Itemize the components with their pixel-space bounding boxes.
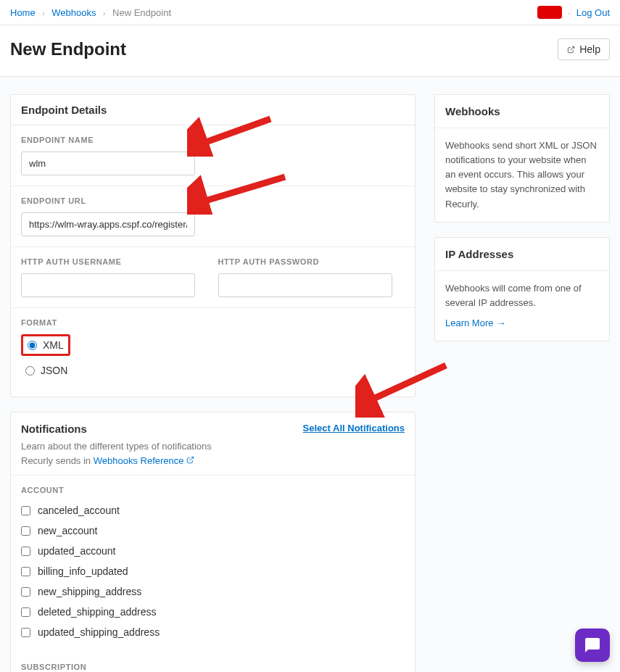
notifications-subtitle: Learn about the different types of notif… xyxy=(21,439,246,468)
breadcrumb-current: New Endpoint xyxy=(112,7,171,18)
notification-checkbox-label: canceled_account xyxy=(38,505,120,516)
format-radio-json-input[interactable] xyxy=(25,366,35,376)
notifications-header: Notifications Learn about the different … xyxy=(11,412,415,476)
top-bar: Home › Webhooks › New Endpoint · Log Out xyxy=(0,0,620,25)
breadcrumb: Home › Webhooks › New Endpoint xyxy=(10,7,171,18)
arrow-right-icon: → xyxy=(496,316,505,331)
notification-group-label: SUBSCRIPTION xyxy=(11,652,415,672)
svg-line-7 xyxy=(190,457,194,460)
notification-checkbox[interactable] xyxy=(21,628,30,637)
dot-separator: · xyxy=(568,7,571,18)
notification-group-label: ACCOUNT xyxy=(11,476,415,500)
notifications-title: Notifications xyxy=(21,423,246,435)
ip-info-title: IP Addresses xyxy=(435,238,609,271)
account-badge[interactable] xyxy=(537,6,562,19)
notification-checkbox[interactable] xyxy=(21,567,30,576)
notification-checkbox-item[interactable]: deleted_shipping_address xyxy=(21,602,405,622)
endpoint-details-panel: Endpoint Details ENDPOINT NAME ENDPOINT … xyxy=(10,94,416,397)
external-link-icon xyxy=(567,46,575,54)
webhooks-info-panel: Webhooks Webhooks send short XML or JSON… xyxy=(434,94,610,223)
svg-line-0 xyxy=(571,46,574,50)
main-content: Endpoint Details ENDPOINT NAME ENDPOINT … xyxy=(0,77,620,672)
notification-checkbox[interactable] xyxy=(21,547,30,556)
format-radio-xml[interactable]: XML xyxy=(23,336,68,354)
breadcrumb-webhooks[interactable]: Webhooks xyxy=(51,7,96,18)
notification-checkbox-label: updated_shipping_address xyxy=(38,626,160,638)
notification-checkbox-item[interactable]: updated_shipping_address xyxy=(21,622,405,642)
webhooks-reference-link[interactable]: Webhooks Reference xyxy=(94,455,194,466)
notification-checkbox-label: new_account xyxy=(38,525,98,536)
webhooks-info-title: Webhooks xyxy=(435,95,609,128)
notification-checkbox-item[interactable]: new_shipping_address xyxy=(21,581,405,602)
auth-username-label: HTTP AUTH USERNAME xyxy=(21,257,208,266)
help-button-label: Help xyxy=(579,43,600,55)
format-radio-json[interactable]: JSON xyxy=(21,362,405,379)
field-endpoint-url: ENDPOINT URL xyxy=(11,186,415,247)
ip-info-body: Webhooks will come from one of several I… xyxy=(435,271,609,341)
learn-more-link[interactable]: Learn More → xyxy=(445,316,505,331)
notification-checkbox-label: updated_account xyxy=(38,545,115,557)
notification-checkbox-item[interactable]: new_account xyxy=(21,520,405,541)
notification-checkbox[interactable] xyxy=(21,506,30,515)
breadcrumb-separator: › xyxy=(103,9,105,17)
webhooks-info-body: Webhooks send short XML or JSON notifica… xyxy=(435,128,609,222)
field-format: FORMAT XML JSON xyxy=(11,308,415,397)
notification-checkbox[interactable] xyxy=(21,607,30,617)
select-all-notifications-link[interactable]: Select All Notifications xyxy=(303,423,405,434)
panel-header: Endpoint Details xyxy=(11,95,415,125)
ip-addresses-panel: IP Addresses Webhooks will come from one… xyxy=(434,237,610,341)
page-header: New Endpoint Help xyxy=(0,25,620,77)
endpoint-name-label: ENDPOINT NAME xyxy=(21,136,405,144)
right-column: Webhooks Webhooks send short XML or JSON… xyxy=(434,94,610,356)
top-right: · Log Out xyxy=(537,6,610,19)
field-endpoint-name: ENDPOINT NAME xyxy=(11,125,415,186)
notification-checkbox[interactable] xyxy=(21,587,30,597)
breadcrumb-separator: › xyxy=(42,9,44,17)
endpoint-name-input[interactable] xyxy=(21,152,195,175)
endpoint-url-label: ENDPOINT URL xyxy=(21,196,405,205)
chat-icon xyxy=(584,636,601,654)
notification-checkbox-item[interactable]: billing_info_updated xyxy=(21,561,405,581)
left-column: Endpoint Details ENDPOINT NAME ENDPOINT … xyxy=(10,94,416,672)
page-title: New Endpoint xyxy=(10,39,126,59)
format-label: FORMAT xyxy=(21,318,405,327)
notifications-panel: Notifications Learn about the different … xyxy=(10,412,416,672)
notification-checkbox-label: billing_info_updated xyxy=(38,565,128,577)
notification-checkbox-item[interactable]: canceled_account xyxy=(21,500,405,520)
format-radio-json-label: JSON xyxy=(41,365,67,376)
endpoint-url-input[interactable] xyxy=(21,212,195,236)
auth-password-input[interactable] xyxy=(218,273,392,297)
notification-group-list: canceled_accountnew_accountupdated_accou… xyxy=(11,500,415,652)
breadcrumb-home[interactable]: Home xyxy=(10,7,36,18)
format-radio-xml-label: XML xyxy=(43,339,64,351)
auth-username-input[interactable] xyxy=(21,273,195,297)
help-button[interactable]: Help xyxy=(558,38,610,60)
auth-password-label: HTTP AUTH PASSWORD xyxy=(218,257,405,266)
notification-checkbox-label: new_shipping_address xyxy=(38,586,141,597)
external-link-icon xyxy=(186,456,194,464)
ip-info-text: Webhooks will come from one of several I… xyxy=(445,281,599,310)
logout-link[interactable]: Log Out xyxy=(576,7,610,18)
notification-checkbox-label: deleted_shipping_address xyxy=(38,606,156,618)
notification-checkbox-item[interactable]: updated_account xyxy=(21,541,405,561)
notification-groups: ACCOUNTcanceled_accountnew_accountupdate… xyxy=(11,476,415,672)
field-auth: HTTP AUTH USERNAME HTTP AUTH PASSWORD xyxy=(11,247,415,308)
format-radio-xml-input[interactable] xyxy=(28,341,37,350)
chat-widget-button[interactable] xyxy=(575,629,610,662)
notification-checkbox[interactable] xyxy=(21,526,30,536)
